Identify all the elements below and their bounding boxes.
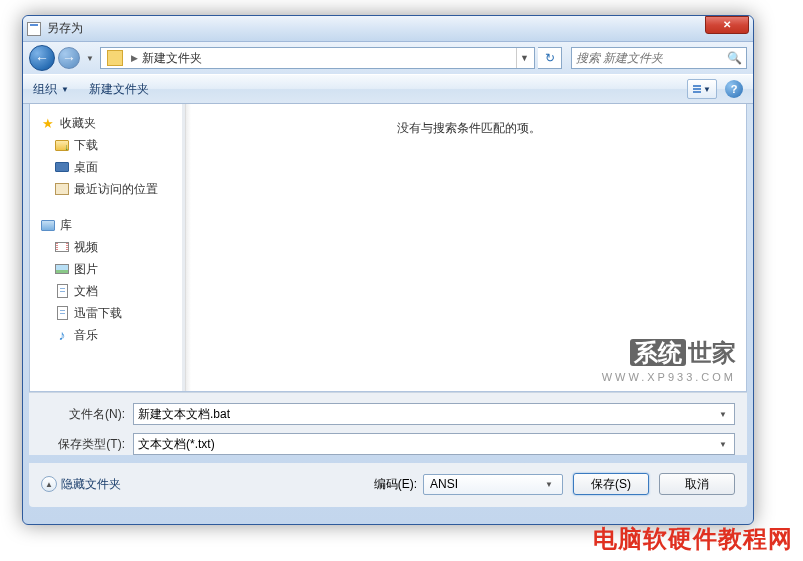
hidden-folders-label: 隐藏文件夹 [61,476,121,493]
save-label: 保存(S) [591,476,631,493]
filetype-value: 文本文档(*.txt) [138,436,215,453]
chevron-down-icon: ▼ [542,480,556,489]
view-options-button[interactable]: ▼ [687,79,717,99]
empty-message: 没有与搜索条件匹配的项。 [207,120,730,137]
body-area: ★ 收藏夹 下载 桌面 最近访问的位置 库 视频 [29,104,747,392]
sidebar-music[interactable]: ♪ 音乐 [34,324,178,346]
filename-input[interactable]: 新建文本文档.bat ▼ [133,403,735,425]
sidebar-label: 迅雷下载 [74,305,122,322]
save-button[interactable]: 保存(S) [573,473,649,495]
filename-value: 新建文本文档.bat [138,406,230,423]
search-box[interactable]: 🔍 [571,47,747,69]
chevron-down-icon: ▼ [61,85,69,94]
cancel-button[interactable]: 取消 [659,473,735,495]
picture-icon [55,264,69,274]
new-folder-button[interactable]: 新建文件夹 [89,81,149,98]
breadcrumb-folder[interactable]: 新建文件夹 [142,50,202,67]
sidebar-recent[interactable]: 最近访问的位置 [34,178,178,200]
video-icon [55,242,69,252]
chevron-down-icon: ▼ [703,85,711,94]
watermark: 系统世家 WWW.XP933.COM [602,337,736,383]
help-button[interactable]: ? [725,80,743,98]
breadcrumb[interactable]: ▶ 新建文件夹 ▼ [100,47,535,69]
sidebar: ★ 收藏夹 下载 桌面 最近访问的位置 库 视频 [30,104,182,391]
new-folder-label: 新建文件夹 [89,81,149,98]
sidebar-label: 桌面 [74,159,98,176]
titlebar[interactable]: 另存为 ✕ [23,16,753,42]
window-title: 另存为 [47,20,705,37]
music-icon: ♪ [54,327,70,343]
recent-icon [55,183,69,195]
search-input[interactable] [576,51,727,65]
list-view-icon [693,85,701,93]
navigation-bar: ← → ▼ ▶ 新建文件夹 ▼ ↻ 🔍 [23,42,753,74]
library-icon [41,220,55,231]
desktop-icon [55,162,69,172]
sidebar-pictures[interactable]: 图片 [34,258,178,280]
back-button[interactable]: ← [29,45,55,71]
dialog-footer: ▲ 隐藏文件夹 编码(E): ANSI ▼ 保存(S) 取消 [29,463,747,507]
sidebar-xunlei[interactable]: 迅雷下载 [34,302,178,324]
page-overlay-text: 电脑软硬件教程网 [593,523,793,555]
sidebar-documents[interactable]: 文档 [34,280,178,302]
sidebar-label: 下载 [74,137,98,154]
toolbar: 组织 ▼ 新建文件夹 ▼ ? [23,74,753,104]
encoding-select[interactable]: ANSI ▼ [423,474,563,495]
collapse-icon: ▲ [41,476,57,492]
refresh-button[interactable]: ↻ [538,47,562,69]
sidebar-label: 视频 [74,239,98,256]
watermark-brand-box: 系统 [630,339,686,366]
encoding-label: 编码(E): [374,476,417,493]
sidebar-desktop[interactable]: 桌面 [34,156,178,178]
forward-button[interactable]: → [58,47,80,69]
save-panel: 文件名(N): 新建文本文档.bat ▼ 保存类型(T): 文本文档(*.txt… [29,392,747,455]
watermark-url: WWW.XP933.COM [602,371,736,383]
breadcrumb-dropdown[interactable]: ▼ [516,48,532,68]
sidebar-videos[interactable]: 视频 [34,236,178,258]
sidebar-label: 最近访问的位置 [74,181,158,198]
file-list-area[interactable]: 没有与搜索条件匹配的项。 系统世家 WWW.XP933.COM [191,104,746,391]
save-as-dialog: 另存为 ✕ ← → ▼ ▶ 新建文件夹 ▼ ↻ 🔍 组织 ▼ 新建文件夹 ▼ [22,15,754,525]
filetype-label: 保存类型(T): [41,436,133,453]
chevron-down-icon[interactable]: ▼ [716,410,730,419]
cancel-label: 取消 [685,476,709,493]
sidebar-favorites[interactable]: ★ 收藏夹 [34,112,178,134]
sidebar-label: 库 [60,217,72,234]
sidebar-downloads[interactable]: 下载 [34,134,178,156]
star-icon: ★ [40,115,56,131]
document-icon [57,306,68,320]
folder-icon [107,50,123,66]
sidebar-label: 图片 [74,261,98,278]
organize-menu[interactable]: 组织 ▼ [33,81,69,98]
hidden-folders-toggle[interactable]: ▲ 隐藏文件夹 [41,476,121,493]
chevron-right-icon: ▶ [131,53,138,63]
filename-label: 文件名(N): [41,406,133,423]
watermark-brand-text: 世家 [688,339,736,366]
search-icon: 🔍 [727,51,742,65]
encoding-value: ANSI [430,477,458,491]
nav-history-dropdown[interactable]: ▼ [83,48,97,68]
sidebar-label: 收藏夹 [60,115,96,132]
download-folder-icon [55,140,69,151]
sidebar-label: 音乐 [74,327,98,344]
sidebar-label: 文档 [74,283,98,300]
document-icon [57,284,68,298]
sidebar-libraries[interactable]: 库 [34,214,178,236]
app-icon [27,22,41,36]
organize-label: 组织 [33,81,57,98]
filetype-select[interactable]: 文本文档(*.txt) ▼ [133,433,735,455]
chevron-down-icon[interactable]: ▼ [716,440,730,449]
close-button[interactable]: ✕ [705,16,749,34]
